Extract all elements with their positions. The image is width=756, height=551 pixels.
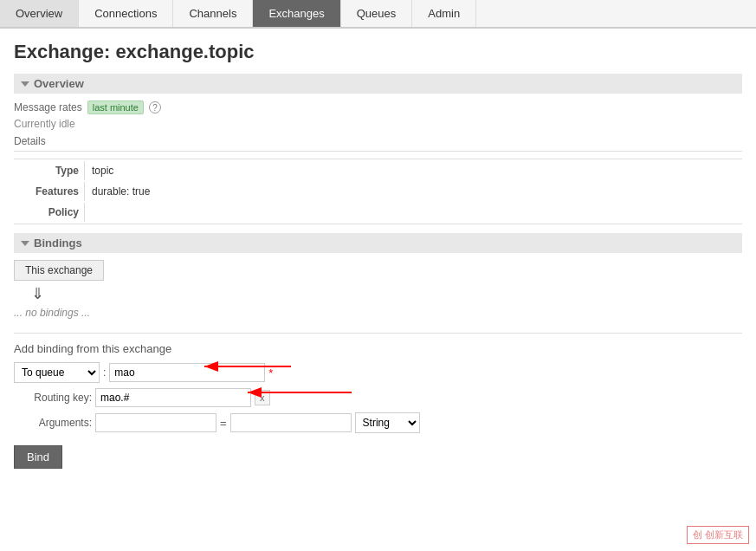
features-value: durable: true	[87, 182, 740, 201]
queue-name-input[interactable]	[109, 363, 265, 382]
details-features-row: Features durable: true	[16, 182, 740, 201]
nav-connections[interactable]: Connections	[79, 0, 173, 27]
currently-idle: Currently idle	[14, 118, 742, 130]
main-content: Exchange: exchange.topic Overview Messag…	[0, 29, 756, 481]
policy-value	[87, 203, 740, 222]
queue-form-row: To queueTo exchange : *	[14, 362, 742, 383]
equals-sign: =	[220, 417, 227, 430]
add-binding-section: Add binding from this exchange To queueT…	[14, 333, 742, 469]
add-binding-title: Add binding from this exchange	[14, 342, 742, 355]
features-label: Features	[16, 182, 85, 201]
overview-label: Overview	[34, 77, 84, 90]
page-title-prefix: Exchange:	[14, 41, 115, 62]
bindings-section: This exchange ⇓ ... no bindings ...	[14, 260, 742, 319]
routing-key-form-row: Routing key: x	[14, 388, 742, 407]
details-label: Details	[14, 135, 742, 147]
help-icon[interactable]: ?	[149, 101, 161, 113]
arguments-label: Arguments:	[14, 417, 92, 429]
message-rates-label: Message rates	[14, 101, 82, 113]
routing-key-input[interactable]	[95, 388, 251, 407]
nav-channels[interactable]: Channels	[173, 0, 253, 27]
argument-type-select[interactable]: StringNumberBoolean	[355, 412, 420, 433]
nav-exchanges[interactable]: Exchanges	[253, 0, 340, 27]
argument-value-input[interactable]	[230, 413, 352, 432]
type-value: topic	[87, 161, 740, 180]
no-bindings-text: ... no bindings ...	[14, 307, 742, 319]
colon-1: :	[103, 366, 106, 379]
routing-key-clear-button[interactable]: x	[255, 390, 270, 405]
details-policy-row: Policy	[16, 203, 740, 222]
bind-button[interactable]: Bind	[14, 445, 62, 469]
details-table: Type topic Features durable: true Policy	[14, 159, 742, 224]
nav-queues[interactable]: Queues	[341, 0, 413, 27]
message-rates-row: Message rates last minute ?	[14, 100, 742, 114]
required-asterisk: *	[268, 366, 273, 379]
page-title: Exchange: exchange.topic	[14, 41, 742, 63]
bindings-label: Bindings	[34, 237, 82, 250]
this-exchange-button[interactable]: This exchange	[14, 260, 104, 281]
arguments-form-row: Arguments: = StringNumberBoolean	[14, 412, 742, 433]
top-nav: Overview Connections Channels Exchanges …	[0, 0, 756, 29]
nav-admin[interactable]: Admin	[412, 0, 476, 27]
routing-key-label: Routing key:	[14, 392, 92, 404]
type-label: Type	[16, 161, 85, 180]
overview-section-header[interactable]: Overview	[14, 74, 742, 94]
bindings-section-header[interactable]: Bindings	[14, 233, 742, 253]
nav-overview[interactable]: Overview	[0, 0, 79, 27]
down-arrow-icon: ⇓	[14, 284, 742, 303]
argument-key-input[interactable]	[95, 413, 216, 432]
last-minute-badge[interactable]: last minute	[87, 100, 144, 114]
details-type-row: Type topic	[16, 161, 740, 180]
overview-triangle-icon	[21, 81, 29, 87]
page-title-name: exchange.topic	[115, 41, 254, 62]
bindings-triangle-icon	[21, 241, 29, 246]
policy-label: Policy	[16, 203, 85, 222]
queue-type-select[interactable]: To queueTo exchange	[14, 362, 100, 383]
